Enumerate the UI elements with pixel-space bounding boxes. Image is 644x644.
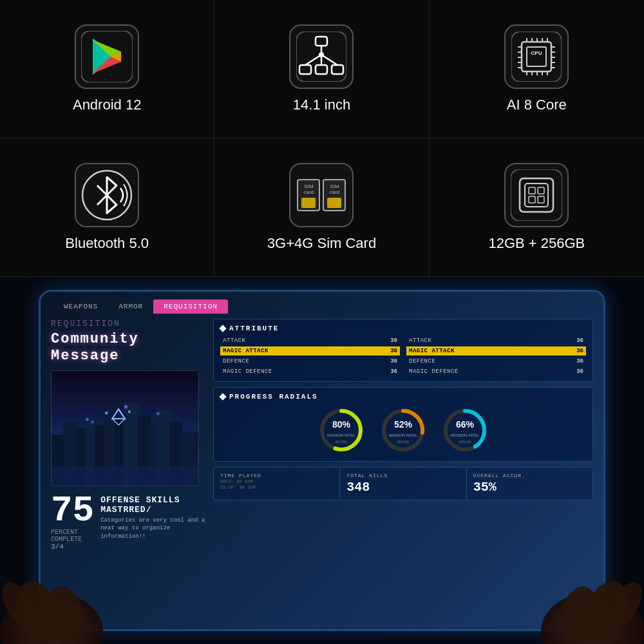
- tab-weapons[interactable]: WEAPONS: [53, 299, 108, 314]
- feature-screen: 14.1 inch: [214, 0, 429, 138]
- feature-android: Android 12: [0, 0, 214, 138]
- svg-text:66%: 66%: [456, 419, 475, 430]
- sim-card-2: SIMcard: [323, 179, 346, 211]
- svg-rect-70: [52, 466, 198, 486]
- memory-icon-box: [504, 163, 569, 227]
- attribute-title: ATTRIBUTE: [220, 325, 586, 332]
- tablet-screen: WEAPONS ARMOR REQUISITION REQUISITION Co…: [41, 292, 603, 629]
- diamond-icon: [219, 325, 226, 332]
- offense-text: OFFENSE SKILLS MASTRRED/ Categories are …: [100, 493, 205, 541]
- feature-cpu: CPU: [430, 0, 644, 138]
- sim-label: 3G+4G Sim Card: [267, 235, 376, 252]
- attribute-section: ATTRIBUTE ATTACK 36 ATTACK 36: [213, 319, 593, 382]
- bluetooth-icon: [80, 169, 133, 222]
- sim-icon-box: SIMcard SIMcard: [289, 163, 354, 227]
- svg-point-94: [601, 576, 644, 634]
- radial-svg-3: 66% MISSION INTEL 66/100: [439, 404, 491, 456]
- game-tabs: WEAPONS ARMOR REQUISITION: [41, 292, 603, 314]
- svg-rect-65: [91, 421, 94, 423]
- stat-time: TIME PLAYED SOLO: 8H 34M CO-OP: 3H 10M: [214, 468, 340, 500]
- attr-row-magic2: MAGIC ATTACK 36: [406, 346, 586, 355]
- bluetooth-label: Bluetooth 5.0: [65, 235, 149, 252]
- svg-rect-64: [86, 418, 89, 421]
- sim-chip-2: [327, 198, 341, 208]
- svg-text:CPU: CPU: [531, 50, 542, 56]
- tablet-section: WEAPONS ARMOR REQUISITION REQUISITION Co…: [0, 277, 644, 644]
- features-grid: Android 12 14.1 inch: [0, 0, 644, 277]
- game-content: REQUISITION Community Message: [41, 314, 603, 619]
- svg-rect-67: [124, 405, 128, 408]
- svg-text:80%: 80%: [332, 419, 351, 430]
- android-icon: [81, 31, 133, 82]
- tab-armor[interactable]: ARMOR: [108, 299, 153, 314]
- attr-row-mdef2: MAGIC DEFENCE 36: [406, 367, 586, 376]
- screen-label: 14.1 inch: [293, 97, 350, 113]
- feature-bluetooth: Bluetooth 5.0: [0, 138, 214, 277]
- svg-text:80/100: 80/100: [336, 440, 348, 444]
- attr-row-mdef1: MAGIC DEFENCE 36: [220, 367, 400, 376]
- city-svg: [52, 371, 198, 486]
- attr-row-attack1: ATTACK 36: [220, 336, 400, 345]
- svg-rect-68: [128, 410, 131, 413]
- attr-row-defence1: DEFENCE 36: [220, 357, 400, 366]
- game-ui: WEAPONS ARMOR REQUISITION REQUISITION Co…: [41, 292, 603, 629]
- radial-svg-2: 52% MISSION INTEL 80/100: [377, 404, 429, 456]
- left-panel: REQUISITION Community Message: [51, 319, 205, 614]
- offense-number: 75: [51, 493, 94, 529]
- svg-point-90: [0, 576, 43, 634]
- cpu-icon: CPU: [511, 32, 562, 82]
- bluetooth-icon-box: [75, 163, 139, 227]
- android-label: Android 12: [73, 97, 141, 113]
- attr-row-magic1: MAGIC ATTACK 36: [220, 346, 400, 355]
- sim-card-1: SIMcard: [297, 179, 320, 211]
- svg-text:MISSION INTEL: MISSION INTEL: [327, 433, 356, 437]
- radial-item-1: 80% MISSION INTEL 80/100: [316, 404, 367, 456]
- svg-text:80/100: 80/100: [397, 440, 410, 444]
- radial-item-3: 66% MISSION INTEL 66/100: [439, 404, 491, 456]
- requisition-subtitle: REQUISITION: [51, 319, 205, 328]
- svg-point-17: [319, 52, 324, 57]
- sim-chip-1: [301, 198, 316, 208]
- svg-rect-43: [511, 169, 562, 221]
- attribute-grid: ATTACK 36 ATTACK 36 MAGIC ATTACK 36: [220, 336, 586, 376]
- attr-row-defence2: DEFENCE 36: [406, 357, 586, 366]
- svg-rect-69: [156, 412, 159, 415]
- community-message-title: Community Message: [51, 331, 205, 365]
- tab-requisition[interactable]: REQUISITION: [153, 299, 228, 314]
- svg-rect-66: [105, 412, 108, 414]
- svg-text:66/100: 66/100: [459, 440, 471, 444]
- diamond-icon-2: [219, 393, 226, 400]
- memory-label: 12GB + 256GB: [488, 235, 585, 252]
- offense-title: OFFENSE SKILLS MASTRRED/: [100, 495, 205, 515]
- attr-row-attack2: ATTACK 36: [406, 336, 586, 345]
- radials-title: PROGRESS RADIALS: [220, 393, 586, 401]
- android-icon-box: [75, 24, 139, 89]
- network-icon: [296, 32, 346, 82]
- stats-row: TIME PLAYED SOLO: 8H 34M CO-OP: 3H 10M T…: [213, 467, 593, 500]
- right-panel: ATTRIBUTE ATTACK 36 ATTACK 36: [213, 319, 593, 614]
- fraction: 3/4: [51, 543, 94, 551]
- offense-desc: Categories are very cool and a neat way …: [100, 516, 205, 541]
- radials-section: PROGRESS RADIALS 80% MISSION INTEL: [213, 387, 593, 462]
- svg-text:MISSION INTEL: MISSION INTEL: [389, 433, 418, 437]
- svg-text:MISSION INTEL: MISSION INTEL: [451, 433, 480, 437]
- sim-icon: SIMcard SIMcard: [297, 179, 346, 211]
- radial-item-2: 52% MISSION INTEL 80/100: [377, 404, 429, 456]
- tablet-wrapper: WEAPONS ARMOR REQUISITION REQUISITION Co…: [39, 290, 605, 631]
- feature-memory: 12GB + 256GB: [430, 138, 644, 277]
- offense-section: 75 PERCENT COMPLETE 3/4 OFFENSE SKILLS M…: [51, 493, 205, 551]
- memory-icon: [511, 169, 562, 221]
- radial-svg-1: 80% MISSION INTEL 80/100: [316, 404, 367, 456]
- stat-kills: TOTAL KILLS 348: [340, 468, 466, 500]
- city-image: [51, 370, 199, 486]
- stat-accuracy: OVERALL ACCUR. 35%: [467, 468, 592, 500]
- cpu-label: AI 8 Core: [507, 97, 567, 113]
- radials-row: 80% MISSION INTEL 80/100: [220, 404, 586, 456]
- network-icon-box: [289, 24, 354, 89]
- cpu-icon-box: CPU: [504, 24, 569, 89]
- feature-sim: SIMcard SIMcard 3G+4G Sim Card: [214, 138, 429, 277]
- svg-text:52%: 52%: [394, 419, 413, 430]
